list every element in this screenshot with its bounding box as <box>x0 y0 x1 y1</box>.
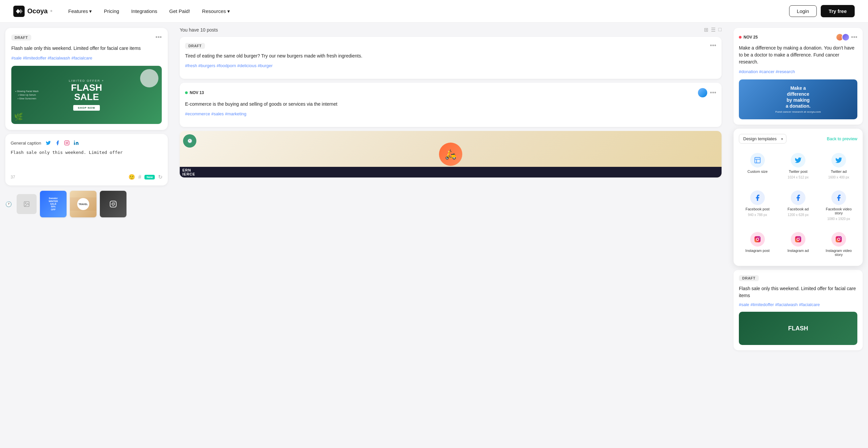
svg-point-9 <box>115 202 115 203</box>
dt-item-facebook-video[interactable]: Facebook video story 1080 x 1920 px <box>820 186 857 225</box>
template-instagram[interactable] <box>100 191 126 217</box>
draft-sale-image: FLASH <box>739 312 857 345</box>
dt-label-twitter-ad: Twitter ad <box>831 170 847 173</box>
more-options-button[interactable]: ••• <box>851 34 857 41</box>
svg-point-6 <box>25 203 26 204</box>
twitter-social-icon[interactable] <box>44 139 52 146</box>
card-tags: #sale #limitedoffer #facialwash #facialc… <box>739 301 857 308</box>
dt-item-facebook-ad[interactable]: Facebook ad 1200 x 628 px <box>779 186 817 225</box>
svg-point-18 <box>800 237 800 238</box>
design-templates-panel: Design templates Back to preview Custom … <box>734 129 863 266</box>
nav-links: Features ▾ Pricing Integrations Get Paid… <box>68 8 789 14</box>
instagram-post-icon <box>750 232 765 247</box>
ecommerce-image: 🕙 🛵 ERNIERCE <box>180 131 721 177</box>
shop-now-button[interactable]: SHOP NOW <box>73 105 100 111</box>
dt-size-twitter-post: 1024 x 512 px <box>788 175 809 179</box>
dt-item-instagram-post[interactable]: Instagram post <box>739 228 776 261</box>
center-card-ecommerce: NOV 13 ••• E-commerce is the buying and … <box>180 83 721 127</box>
nav-pricing[interactable]: Pricing <box>104 8 119 14</box>
date-badge: NOV 13 <box>185 91 204 95</box>
svg-point-2 <box>66 142 68 144</box>
more-options-button[interactable]: ••• <box>710 42 716 49</box>
grid-view-icon[interactable]: ⊞ <box>704 27 708 33</box>
avatar-2 <box>842 33 850 41</box>
more-options-button[interactable]: ••• <box>710 90 716 96</box>
make-difference-image: Make a difference by making a donation. … <box>739 79 857 119</box>
dt-item-custom[interactable]: Custom size <box>739 149 776 183</box>
nav-features[interactable]: Features ▾ <box>68 8 92 14</box>
twitter-post-icon <box>791 153 805 168</box>
instagram-ad-icon <box>791 232 805 247</box>
card-text: E-commerce is the buying and selling of … <box>185 101 716 108</box>
hash-icon[interactable]: # <box>138 174 142 180</box>
caption-header: General caption <box>11 139 162 146</box>
card-text: Tired of eating the same old burger? Try… <box>185 53 716 60</box>
rotate-icon[interactable]: ↻ <box>158 174 162 180</box>
date-indicator <box>739 36 742 39</box>
dt-item-twitter-post[interactable]: Twitter post 1024 x 512 px <box>779 149 817 183</box>
card-text: Make a difference by making a donation. … <box>739 44 857 66</box>
design-templates-header: Design templates Back to preview <box>739 134 857 144</box>
svg-point-15 <box>759 237 760 238</box>
emoji-icon[interactable]: 🙂 <box>128 174 135 180</box>
dt-size-facebook-ad: 1200 x 628 px <box>788 213 809 217</box>
date-text: NOV 25 <box>744 35 758 39</box>
list-view-icon[interactable]: ☰ <box>711 27 716 33</box>
dt-size-facebook-post: 940 x 788 px <box>748 213 767 217</box>
dt-item-twitter-ad[interactable]: Twitter ad 1600 x 400 px <box>820 149 857 183</box>
dt-item-facebook-post[interactable]: Facebook post 940 x 788 px <box>739 186 776 225</box>
nav-get-paid[interactable]: Get Paid! <box>169 8 190 14</box>
instagram-social-icon[interactable] <box>63 139 70 146</box>
product-list: • Glowing Facial Wash • Glow Up Serum • … <box>15 90 39 101</box>
dt-item-instagram-ad[interactable]: Instagram ad <box>779 228 817 261</box>
back-to-preview-link[interactable]: Back to preview <box>827 136 857 141</box>
card-tags: #sale #limitedoffer #facialwash #facialc… <box>11 55 162 62</box>
caption-footer: 37 🙂 # New ↻ <box>11 174 162 180</box>
new-badge: New <box>145 175 155 179</box>
dt-item-instagram-video[interactable]: Instagram video story <box>820 228 857 261</box>
left-panel: DRAFT ••• Flash sale only this weekend. … <box>0 23 173 448</box>
navbar: Ocoya ® Features ▾ Pricing Integrations … <box>0 0 868 23</box>
chevron-down-icon: ▾ <box>89 8 92 14</box>
posts-count: You have 10 posts <box>180 27 218 33</box>
instagram-video-icon <box>831 232 846 247</box>
logo-icon <box>13 6 25 17</box>
svg-rect-16 <box>795 236 801 242</box>
caption-textarea[interactable]: Flash sale only this weekend. Limited of… <box>11 150 162 170</box>
linkedin-social-icon[interactable] <box>72 139 80 146</box>
svg-rect-7 <box>110 201 116 207</box>
template-travel[interactable]: TRAVEL <box>70 191 96 217</box>
logo[interactable]: Ocoya ® <box>13 6 52 17</box>
nav-integrations[interactable]: Integrations <box>131 8 157 14</box>
center-cards: DRAFT ••• Tired of eating the same old b… <box>177 37 724 177</box>
login-button[interactable]: Login <box>789 5 817 17</box>
nav-actions: Login Try free <box>789 5 855 17</box>
dt-label-instagram-video: Instagram video story <box>823 249 855 256</box>
image-placeholder <box>17 194 37 214</box>
twitter-ad-icon <box>831 153 846 168</box>
try-free-button[interactable]: Try free <box>821 5 855 17</box>
flash-sale-image: LIMITED OFFER + FLASH SALE • Glowing Fac… <box>11 66 162 124</box>
calendar-view-icon[interactable]: □ <box>718 27 721 33</box>
svg-rect-1 <box>65 141 69 145</box>
dt-size-facebook-video: 1080 x 1920 px <box>827 217 850 221</box>
card-tags: #ecommerce #sales #marketing <box>185 110 716 118</box>
svg-rect-10 <box>755 158 761 163</box>
nav-resources[interactable]: Resources ▾ <box>202 8 230 14</box>
svg-rect-13 <box>754 236 761 242</box>
right-panel: NOV 25 ••• Make a difference by making a… <box>728 23 868 448</box>
event-card-nov25: NOV 25 ••• Make a difference by making a… <box>734 28 863 125</box>
char-count: 37 <box>11 175 15 179</box>
dt-label-facebook-post: Facebook post <box>746 207 770 211</box>
user-avatar <box>698 88 707 97</box>
clock-overlay: 🕙 <box>183 134 196 147</box>
date-indicator <box>185 92 188 94</box>
template-sweater[interactable]: SweaterWINTERSALE50%OFF <box>40 191 67 217</box>
design-templates-select-wrap: Design templates <box>739 134 786 144</box>
more-options-button[interactable]: ••• <box>155 34 162 41</box>
facebook-social-icon[interactable] <box>54 139 61 146</box>
design-templates-select[interactable]: Design templates <box>739 134 786 144</box>
center-card-burger: DRAFT ••• Tired of eating the same old b… <box>180 37 721 79</box>
date-badge: NOV 25 <box>739 35 758 39</box>
draft-badge: DRAFT <box>185 43 205 49</box>
